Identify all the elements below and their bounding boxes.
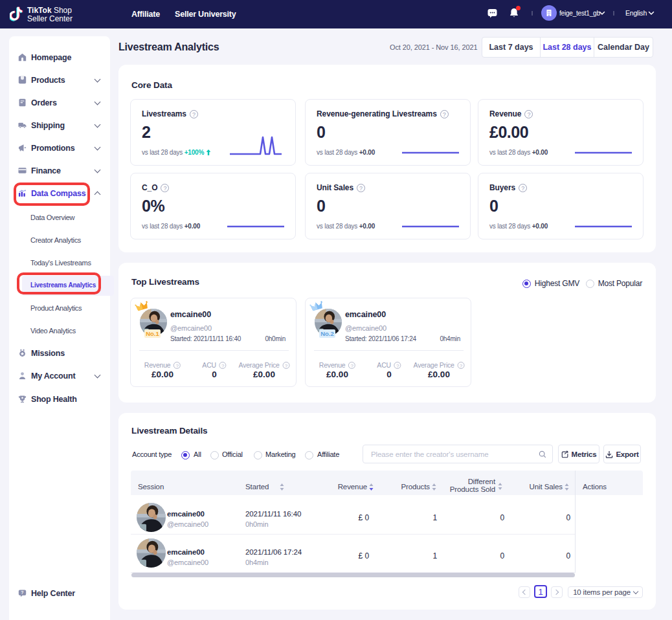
svg-text:?: ? — [21, 590, 23, 595]
